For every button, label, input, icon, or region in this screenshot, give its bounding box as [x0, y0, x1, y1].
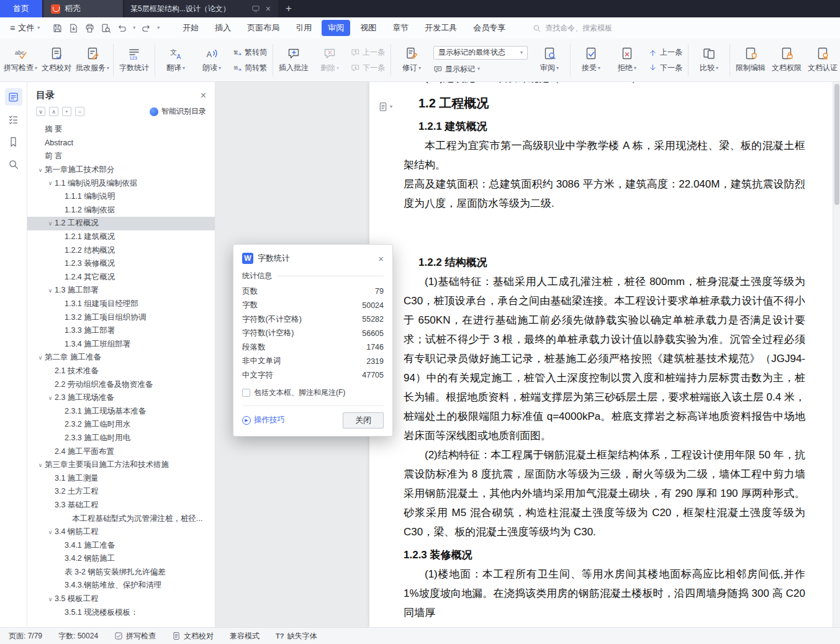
expand-button[interactable]: +	[62, 107, 71, 116]
document-tab[interactable]: 某5层框架结构...设计（论文） ×	[124, 0, 278, 17]
toc-item[interactable]: ∨第二章 施工准备	[27, 351, 215, 365]
toc-item[interactable]: 2.1 技术准备	[27, 365, 215, 378]
chevron-down-icon[interactable]: ∨	[46, 596, 55, 602]
new-tab-button[interactable]: +	[278, 0, 299, 17]
chevron-down-icon[interactable]: ∨	[46, 529, 55, 535]
page-indicator[interactable]: 页面: 7/79	[9, 631, 42, 642]
toc-item[interactable]: 表 3-2 钢筋安装绑扎允许偏差	[27, 566, 215, 579]
include-textbox-checkbox-row[interactable]: 包括文本框、脚注和尾注(F)	[242, 388, 384, 398]
close-button[interactable]: 关闭	[343, 412, 384, 429]
task-pane-button[interactable]	[5, 111, 22, 128]
next-revision-button[interactable]: 下一条	[648, 63, 682, 73]
toc-item[interactable]: 1.3.3 施工部署	[27, 324, 215, 338]
dialog-header[interactable]: W 字数统计 ×	[242, 250, 384, 267]
toc-item[interactable]: 3.5.1 现浇楼板模板：	[27, 605, 215, 619]
bookmark-pane-button[interactable]	[5, 133, 22, 150]
correction-button[interactable]: 批改服务▾	[75, 41, 111, 79]
toc-item[interactable]: 1.3.1 组建项目经理部	[27, 297, 215, 311]
scrollbar-thumb[interactable]	[834, 84, 839, 205]
toc-item[interactable]: 2.3.2 施工临时用水	[27, 418, 215, 432]
command-search[interactable]	[532, 24, 644, 33]
toc-item[interactable]: 1.2.1 建筑概况	[27, 230, 215, 244]
smart-toc-button[interactable]: 智能识别目录	[150, 106, 206, 117]
toc-item[interactable]: ∨1.1 编制说明及编制依据	[27, 176, 215, 190]
catalog-pane-button[interactable]	[5, 88, 22, 106]
redo-button[interactable]	[141, 23, 151, 34]
toc-item[interactable]: 1.1.2 编制依据	[27, 204, 215, 217]
toc-item[interactable]: 3.3 基础工程	[27, 499, 215, 512]
toc-item[interactable]: 3.4.2 钢筋施工	[27, 552, 215, 566]
toc-item[interactable]: 1.2.2 结构概况	[27, 243, 215, 257]
document-area[interactable]: (16)建筑施工组织设计规范（GB50502-2009）1.2 工程概况1.2.…	[215, 82, 833, 627]
toc-item[interactable]: ∨第三章主要项目施工方法和技术措施	[27, 458, 215, 472]
collapse-all-button[interactable]: ∧	[49, 107, 58, 116]
menu-tab-8[interactable]: 会员专享	[467, 20, 512, 36]
document-page[interactable]: (16)建筑施工组织设计规范（GB50502-2009）1.2 工程概况1.2.…	[369, 82, 833, 627]
file-menu-button[interactable]: ≡ 文件 ▾	[6, 22, 43, 34]
toc-item[interactable]: ∨3.5 模板工程	[27, 592, 215, 606]
word-count-indicator[interactable]: 字数: 50024	[58, 631, 98, 642]
menu-tab-1[interactable]: 插入	[209, 20, 237, 36]
toc-item[interactable]: 前 言	[27, 150, 215, 163]
chevron-down-icon[interactable]: ∨	[46, 220, 55, 227]
toc-item[interactable]: 1.3.4 施工班组部署	[27, 338, 215, 351]
compare-button[interactable]: 比较▾	[691, 41, 727, 79]
toc-item[interactable]: ∨2.3 施工现场准备	[27, 391, 215, 405]
doc-permission-button[interactable]: 文档权限	[769, 41, 805, 79]
toc-item[interactable]: ∨1.2 工程概况	[27, 217, 215, 230]
toc-item[interactable]: 2.3.1 施工现场基本准备	[27, 404, 215, 418]
translate-button[interactable]: 文A翻译▾	[158, 41, 194, 79]
menu-tab-3[interactable]: 引用	[289, 20, 318, 36]
toc-item[interactable]: 1.2.4 其它概况	[27, 271, 215, 284]
docer-tab[interactable]: 稻壳	[43, 0, 123, 17]
chevron-down-icon[interactable]: ∨	[36, 167, 45, 173]
chevron-down-icon[interactable]: ∨	[46, 288, 55, 294]
toc-item[interactable]: 1.3.2 施工项目组织协调	[27, 311, 215, 324]
toc-item[interactable]: 3.4.1 施工准备	[27, 538, 215, 552]
print-preview-button[interactable]	[101, 23, 111, 34]
insert-comment-button[interactable]: 插入批注	[276, 41, 312, 79]
vertical-scrollbar[interactable]	[833, 82, 840, 627]
menu-tab-7[interactable]: 开发工具	[418, 20, 463, 36]
accept-button[interactable]: 接受▾	[573, 41, 609, 79]
toc-item[interactable]: 1.2.3 装修概况	[27, 257, 215, 271]
show-markup-button[interactable]: 显示标记▾	[433, 64, 528, 75]
chevron-down-icon[interactable]: ∨	[46, 180, 55, 186]
document-tab-close-icon[interactable]: ×	[264, 4, 272, 14]
toc-item[interactable]: 摘 要	[27, 123, 215, 137]
print-button[interactable]	[84, 23, 95, 34]
toc-item[interactable]: 1.1.1 编制说明	[27, 190, 215, 204]
export-button[interactable]	[68, 23, 79, 34]
toc-item[interactable]: ∨3.4 钢筋工程	[27, 525, 215, 539]
reject-button[interactable]: 拒绝▾	[609, 41, 645, 79]
toc-item[interactable]: 2.3.3 施工临时用电	[27, 432, 215, 445]
toc-item[interactable]: ∨1.3 施工部署	[27, 284, 215, 297]
toc-item[interactable]: ∨第一章施工技术部分	[27, 163, 215, 177]
home-tab[interactable]: 首页	[0, 0, 42, 17]
menu-tab-2[interactable]: 页面布局	[241, 20, 286, 36]
toc-close-icon[interactable]: ×	[201, 90, 206, 101]
review-button[interactable]: 审阅▾	[531, 41, 567, 79]
proofread-button[interactable]: 文档校对	[38, 41, 75, 79]
page-setup-icon[interactable]: ▾	[378, 102, 392, 112]
dialog-close-icon[interactable]: ×	[378, 253, 384, 264]
restrict-edit-button[interactable]: 限制编辑	[733, 41, 769, 79]
menu-tab-6[interactable]: 章节	[386, 20, 415, 36]
toc-item[interactable]: 3.1 施工测量	[27, 471, 215, 485]
track-changes-button[interactable]: 修订▾	[394, 41, 430, 79]
checkbox-icon[interactable]	[242, 389, 250, 397]
toc-item[interactable]: 本工程基础型式为沉管灌注桩，桩径...	[27, 512, 215, 525]
menu-tab-0[interactable]: 开始	[176, 20, 205, 36]
toc-item[interactable]: Abstract	[27, 137, 215, 150]
collapse-button[interactable]: −	[75, 107, 84, 116]
doc-certify-button[interactable]: 文档认证	[805, 41, 840, 79]
read-aloud-button[interactable]: A朗读▾	[194, 41, 230, 79]
chevron-down-icon[interactable]: ∨	[36, 462, 45, 468]
markup-state-select[interactable]: 显示标记的最终状态▾	[433, 46, 528, 60]
expand-all-button[interactable]: ∨	[36, 107, 45, 116]
spellcheck-status[interactable]: 拼写检查	[114, 631, 156, 642]
toc-item[interactable]: 2.2 劳动组织准备及物资准备	[27, 378, 215, 391]
toc-item[interactable]: 3.2 土方工程	[27, 485, 215, 499]
menu-tab-4[interactable]: 审阅	[322, 20, 350, 36]
simplified-button[interactable]: 简简转繁	[233, 63, 267, 73]
